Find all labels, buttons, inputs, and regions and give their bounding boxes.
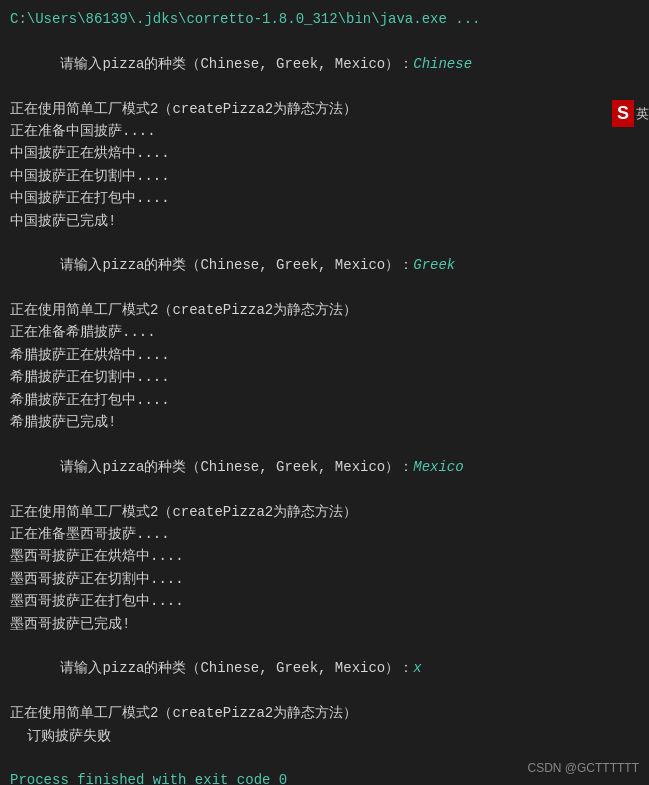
- prompt-text-1: 请输入pizza的种类（Chinese, Greek, Mexico）：: [60, 56, 413, 72]
- factory-line-4: 正在使用简单工厂模式2（createPizza2为静态方法）: [10, 702, 639, 724]
- factory-line-2: 正在使用简单工厂模式2（createPizza2为静态方法）: [10, 299, 639, 321]
- bake-greek: 希腊披萨正在烘焙中....: [10, 344, 639, 366]
- prompt-text-3: 请输入pizza的种类（Chinese, Greek, Mexico）：: [60, 459, 413, 475]
- watermark-ying-label: 英: [634, 105, 649, 123]
- bake-chinese: 中国披萨正在烘焙中....: [10, 142, 639, 164]
- watermark-container: S 英: [612, 100, 649, 127]
- fail-line: 订购披萨失败: [10, 725, 639, 747]
- watermark-s-icon: S: [612, 100, 634, 127]
- cut-greek: 希腊披萨正在切割中....: [10, 366, 639, 388]
- cut-chinese: 中国披萨正在切割中....: [10, 165, 639, 187]
- done-chinese: 中国披萨已完成!: [10, 210, 639, 232]
- input-mexico: Mexico: [413, 459, 463, 475]
- block-chinese: 请输入pizza的种类（Chinese, Greek, Mexico）：Chin…: [10, 30, 639, 232]
- pack-greek: 希腊披萨正在打包中....: [10, 389, 639, 411]
- input-chinese: Chinese: [413, 56, 472, 72]
- factory-line-1: 正在使用简单工厂模式2（createPizza2为静态方法）: [10, 98, 639, 120]
- prepare-mexico: 正在准备墨西哥披萨....: [10, 523, 639, 545]
- prompt-text-4: 请输入pizza的种类（Chinese, Greek, Mexico）：: [60, 660, 413, 676]
- block-x: 请输入pizza的种类（Chinese, Greek, Mexico）：x 正在…: [10, 635, 639, 747]
- input-x: x: [413, 660, 421, 676]
- pack-chinese: 中国披萨正在打包中....: [10, 187, 639, 209]
- prompt-line-4: 请输入pizza的种类（Chinese, Greek, Mexico）：x: [10, 635, 639, 702]
- pack-mexico: 墨西哥披萨正在打包中....: [10, 590, 639, 612]
- prompt-text-2: 请输入pizza的种类（Chinese, Greek, Mexico）：: [60, 257, 413, 273]
- prompt-line-3: 请输入pizza的种类（Chinese, Greek, Mexico）：Mexi…: [10, 433, 639, 500]
- prepare-greek: 正在准备希腊披萨....: [10, 321, 639, 343]
- input-greek: Greek: [413, 257, 455, 273]
- prepare-chinese: 正在准备中国披萨....: [10, 120, 639, 142]
- bake-mexico: 墨西哥披萨正在烘焙中....: [10, 545, 639, 567]
- prompt-line-2: 请输入pizza的种类（Chinese, Greek, Mexico）：Gree…: [10, 232, 639, 299]
- cut-mexico: 墨西哥披萨正在切割中....: [10, 568, 639, 590]
- block-greek: 请输入pizza的种类（Chinese, Greek, Mexico）：Gree…: [10, 232, 639, 434]
- done-mexico: 墨西哥披萨已完成!: [10, 613, 639, 635]
- csdn-watermark: CSDN @GCTTTTTT: [528, 761, 640, 775]
- prompt-line-1: 请输入pizza的种类（Chinese, Greek, Mexico）：Chin…: [10, 30, 639, 97]
- terminal: C:\Users\86139\.jdks\corretto-1.8.0_312\…: [0, 0, 649, 785]
- factory-line-3: 正在使用简单工厂模式2（createPizza2为静态方法）: [10, 501, 639, 523]
- block-mexico: 请输入pizza的种类（Chinese, Greek, Mexico）：Mexi…: [10, 433, 639, 635]
- done-greek: 希腊披萨已完成!: [10, 411, 639, 433]
- path-line: C:\Users\86139\.jdks\corretto-1.8.0_312\…: [10, 8, 639, 30]
